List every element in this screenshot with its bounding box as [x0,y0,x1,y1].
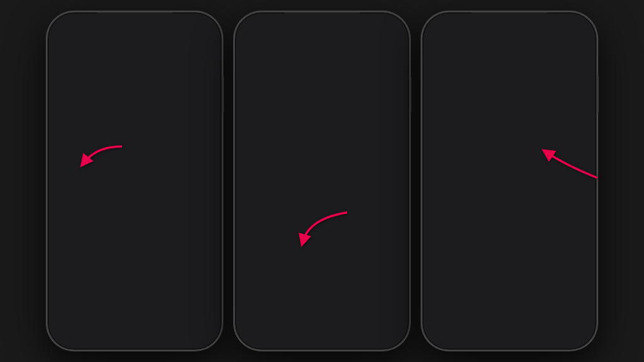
back-label-2: Settings [247,43,276,53]
status-icons-3: ▐▌▌ [543,25,582,33]
display-icon: AA [64,194,80,210]
phone-3-content: Reduce Motion Off › On/Off Labels Face I… [424,62,595,348]
nav-bar-3: ‹ General Accessibility [424,38,595,62]
list-item-airdrop[interactable]: AirDrop › [244,129,400,155]
list-item-handoff[interactable]: Handoff › [244,155,400,180]
restrictions-chevron: › [389,319,391,327]
status-time-1: 21:10 [62,25,81,33]
list-item-about[interactable]: About › [244,69,400,94]
controlcenter-chevron: › [203,109,205,118]
battery-icon-1 [195,25,208,33]
svg-rect-5 [394,27,395,30]
reachability-desc: Swipe down on the bottom edge of the scr… [424,190,595,214]
handoff-label: Handoff [253,162,389,172]
arrow-accessibility [297,206,360,256]
battery-icon-2 [382,25,395,33]
touchacc-label: Touch Accommodations [440,271,564,280]
siri-chevron: › [203,282,205,291]
sos-chevron: › [203,339,205,348]
svg-rect-7 [570,26,579,31]
wallpaper-icon: 🖼 [64,222,80,238]
siri-label: Siri & Search [87,282,203,292]
acc-item-reducemotion[interactable]: Reduce Motion Off › [431,69,587,93]
list-item-backgroundapprefresh[interactable]: Background App Refresh › [244,275,400,300]
general-list-4: iPhone Storage › Background App Refresh … [244,250,400,300]
notifications-chevron: › [203,81,205,90]
phone-1-title: Settings [49,38,220,69]
settings-item-notifications[interactable]: 🔔 Notifications › [57,72,213,100]
notifications-label: Notifications [87,81,203,90]
faceid-icon: 👁 [64,307,80,323]
status-bar-3: 21:10 ▐▌▌ [424,14,595,38]
about-chevron: › [389,77,391,86]
sounds-icon: 🔊 [64,250,80,266]
acc-item-onofflabels[interactable]: On/Off Labels [431,93,587,119]
settings-item-sos[interactable]: SOS Emergency SOS › [57,329,213,348]
back-button-2[interactable]: ‹ Settings [243,43,276,53]
iphonestorage-label: iPhone Storage [253,258,389,267]
settings-group-2: ⚙ General › AA Display & Brightness › 🖼 … [57,160,213,348]
handoff-chevron: › [389,163,391,172]
arrow-general [78,140,128,178]
acc-group-3: Switch Control Off › AssistiveTouch Off … [431,216,587,348]
phone-2: 21:10 ▐▌▌ ‹ Settings General [234,11,410,351]
wallpaper-label: Wallpaper [87,226,203,235]
controlcenter-icon: ⊞ [64,106,80,122]
battery-icon-3 [570,25,582,33]
list-item-datetime[interactable]: Date & Time › [244,346,400,348]
softwareupdate-chevron: › [389,102,391,111]
switchcontrol-value: Off [564,224,574,233]
list-item-carplay[interactable]: CarPlay › [244,180,400,205]
wifi-icon-1 [184,25,192,33]
settings-item-faceid[interactable]: 👁 Face ID & Passcode › [57,301,213,329]
settings-item-controlcenter[interactable]: ⊞ Control Center › [57,100,213,128]
signal-icon-2: ▐▌▌ [355,26,369,33]
carplay-label: CarPlay [253,188,389,197]
list-item-softwareupdate[interactable]: Software Update › [244,94,400,119]
about-label: About [253,77,389,86]
reducemotion-label: Reduce Motion [440,76,564,85]
touchacc-chevron: › [576,272,579,280]
display-label: Display & Brightness [87,197,203,207]
back-label-3: General [434,43,463,53]
phone-1-content: Settings 🔔 Notifications › ⊞ Control Cen… [49,38,220,348]
settings-item-siri[interactable]: ◉ Siri & Search › [57,273,213,301]
faceid-label: Face ID & Passcode [87,310,203,320]
general-chevron: › [203,169,205,178]
accessibility-chevron: › [389,223,391,232]
status-bar-1: 21:10 ▐▌▌ [49,14,220,38]
3dtouch-chevron: › [576,343,579,349]
touchacc-value: Off [564,272,574,280]
onofflabels-label: On/Off Labels [440,101,555,111]
backgroundapprefresh-chevron: › [389,283,391,292]
list-item-restrictions[interactable]: Restrictions Off › [244,310,400,336]
controlcenter-label: Control Center [87,109,203,119]
svg-rect-4 [383,26,392,31]
wifi-icon-2 [371,25,380,33]
acc-item-siri-a[interactable]: Siri › [431,312,587,336]
siri-icon: ◉ [64,278,80,295]
general-list: About › Software Update › [244,69,400,119]
back-button-3[interactable]: ‹ General [430,43,464,53]
sounds-label: Sounds & Haptics [87,254,203,263]
onofflabels-toggle[interactable] [555,99,579,112]
general-list-2: AirDrop › Handoff › CarPlay › [244,129,400,205]
nav-bar-2: ‹ Settings General [236,38,408,62]
sidebutton-label: Side Button [440,295,576,304]
settings-item-sounds[interactable]: 🔊 Sounds & Haptics › [57,244,213,273]
acc-item-switchcontrol[interactable]: Switch Control Off › [431,216,587,240]
acc-item-touchacc[interactable]: Touch Accommodations Off › [431,264,587,288]
acc-item-assistivetouch[interactable]: AssistiveTouch Off › [431,240,587,264]
acc-item-3dtouch[interactable]: 3D Touch On › [431,336,587,348]
notifications-icon: 🔔 [64,77,80,94]
donotdisturb-chevron: › [203,138,205,146]
settings-item-wallpaper[interactable]: 🖼 Wallpaper › [57,216,213,244]
sos-label: Emergency SOS [87,339,203,348]
assistivetouch-label: AssistiveTouch [440,247,564,256]
airdrop-chevron: › [389,138,391,146]
acc-item-sidebutton[interactable]: Side Button › [431,288,587,312]
settings-item-display[interactable]: AA Display & Brightness › [57,188,213,216]
signal-icon-1: ▐▌▌ [168,26,181,33]
switchcontrol-label: Switch Control [440,223,564,233]
siri-a-chevron: › [576,319,579,328]
